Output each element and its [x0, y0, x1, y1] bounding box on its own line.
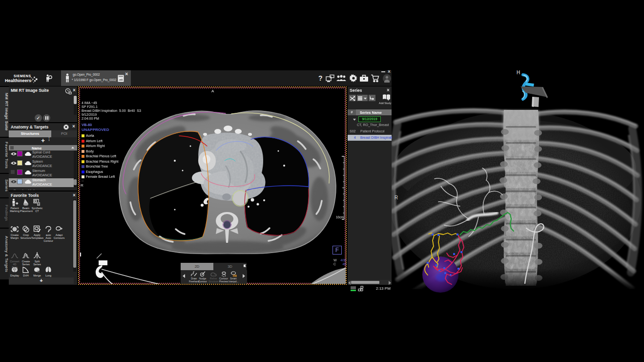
svg-text:H: H	[517, 70, 520, 75]
svg-text:R: R	[395, 195, 398, 200]
